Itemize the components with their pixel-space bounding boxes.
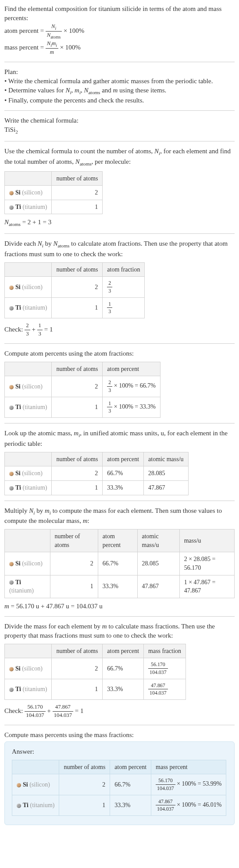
atompct-section: Compute atom percents using the atom fra… [4,349,235,418]
mass-percent-label: mass percent = [4,44,46,51]
silicon-icon [9,385,14,389]
times100: × 100% [64,27,84,34]
divider [4,110,235,111]
plan-section: Plan: • Write the chemical formula and g… [4,67,235,106]
mass-table: number of atomsatom percentatomic mass/u… [4,452,189,495]
intro-section: Find the elemental composition for titan… [4,4,235,56]
titanium-icon [9,406,14,410]
divider [4,233,235,234]
table-row: Ti (titanium) 1 [5,200,103,214]
silicon-icon [9,191,14,195]
atomfrac-text: Divide each Ni by Natoms to calculate at… [4,239,235,259]
divider [4,141,235,141]
formula-heading: Write the chemical formula: [4,116,235,125]
atomfrac-section: Divide each Ni by Natoms to calculate at… [4,239,235,338]
formula-section: Write the chemical formula: TiSi2 [4,116,235,136]
plan-item2: • Determine values for Ni, mi, Natoms an… [4,86,235,96]
divider [4,423,235,423]
table-row: Si (silicon) 2 66.7% 28.085 [5,466,189,481]
mass-section: Look up the atomic mass, mi, in unified … [4,429,235,495]
col-header: number of atoms [52,362,103,376]
massfrac-text: Divide the mass for each element by m to… [4,622,235,640]
answer-label: Answer: [12,747,227,756]
divider [4,616,235,617]
count-sum: Natoms = 2 + 1 = 3 [4,218,235,228]
col-header: atom percent [103,362,161,376]
table-row: Si (silicon) 2 23 × 100% = 66.7% [5,376,161,397]
titanium-icon [9,205,14,210]
divider [4,501,235,501]
table-row: Si (silicon) 2 23 [5,277,145,297]
titanium-icon [9,688,14,692]
answer-box: Answer: number of atomsatom percentmass … [4,741,235,825]
silicon-icon [9,562,14,566]
titanium-icon [9,486,14,490]
silicon-icon [17,783,21,787]
col-header: atom fraction [103,262,145,277]
molmass-table: number of atomsatom percentatomic mass/u… [4,529,235,598]
massfrac-table: number of atomsatom percentmass fraction… [4,644,186,700]
divider [4,343,235,344]
mass-text: Look up the atomic mass, mi, in unified … [4,429,235,448]
cell-value: 1 [52,200,103,214]
atomfrac-check: Check: 23 + 13 = 1 [4,322,235,338]
atompct-heading: Compute atom percents using the atom fra… [4,349,235,358]
divider [4,62,235,62]
table-row: Ti (titanium) 1 33.3% 47.867 1 × 47.867 … [5,575,235,598]
plan-item3: • Finally, compute the percents and chec… [4,96,235,105]
col-header: number of atoms [52,262,103,277]
divider [4,725,235,725]
plan-item1: • Write the chemical formula and gather … [4,77,235,86]
table-row: Si (silicon) 2 [5,186,103,200]
titanium-icon [9,580,14,585]
times100b: × 100% [60,44,81,51]
table-row: Ti (titanium) 1 33.3% 47.867104.037 [5,679,186,699]
col-header: number of atoms [52,171,103,186]
cell-value: 2 [52,186,103,200]
molmass-text: Multiply Ni by mi to compute the mass fo… [4,506,235,526]
mass-percent-fraction: Nimi m [46,40,58,56]
count-section: Use the chemical formula to count the nu… [4,147,235,228]
mass-percent-formula: mass percent = Nimi m × 100% [4,40,235,56]
table-row: Ti (titanium) 1 33.3% 47.867104.037 × 10… [12,795,226,815]
molmass-sum: m = 56.170 u + 47.867 u = 104.037 u [4,602,235,611]
count-table: number of atoms Si (silicon) 2 Ti (titan… [4,171,103,215]
plan-heading: Plan: [4,67,235,77]
table-row: Si (silicon) 2 66.7% 56.170104.037 [5,658,186,679]
titanium-icon [9,306,14,311]
table-row: Si (silicon) 2 66.7% 28.085 2 × 28.085 =… [5,552,235,575]
count-text: Use the chemical formula to count the nu… [4,147,235,168]
silicon-icon [9,472,14,476]
formula-value: TiSi2 [4,125,235,136]
atom-percent-fraction: Ni Natoms [46,23,62,40]
table-row: Si (silicon) 2 66.7% 56.170104.037 × 100… [12,774,226,795]
massfrac-section: Divide the mass for each element by m to… [4,622,235,720]
masspct-heading: Compute mass percents using the mass fra… [4,730,235,740]
atom-percent-formula: atom percent = Ni Natoms × 100% [4,23,235,40]
atomfrac-table: number of atomsatom fraction Si (silicon… [4,262,145,318]
silicon-icon [9,667,14,671]
atompct-table: number of atomsatom percent Si (silicon)… [4,362,161,418]
molmass-section: Multiply Ni by mi to compute the mass fo… [4,506,235,611]
table-row: Ti (titanium) 1 13 × 100% = 33.3% [5,397,161,417]
intro-text: Find the elemental composition for titan… [4,4,235,23]
massfrac-check: Check: 56.170104.037 + 47.867104.037 = 1 [4,703,235,720]
masspct-section: Compute mass percents using the mass fra… [4,730,235,825]
table-row: Ti (titanium) 1 13 [5,297,145,318]
atom-percent-label: atom percent = [4,27,46,34]
titanium-icon [17,804,21,808]
answer-table: number of atomsatom percentmass percent … [12,760,226,816]
silicon-icon [9,286,14,290]
table-row: Ti (titanium) 1 33.3% 47.867 [5,480,189,495]
